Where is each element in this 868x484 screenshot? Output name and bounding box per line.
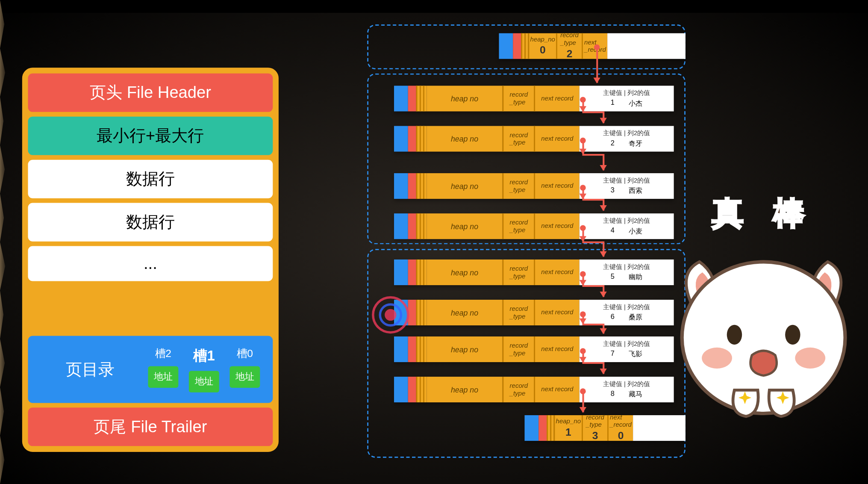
svg-point-0 — [682, 262, 845, 413]
row-4-next: next record — [541, 222, 573, 230]
row-6-heap-no: heap no — [427, 300, 502, 325]
record-row-1: heap no record _type next record 主键值 | 列… — [394, 86, 674, 111]
row-3-next: next record — [541, 182, 573, 190]
arrow-4v — [582, 229, 584, 242]
data-row-2: 数据行 — [28, 203, 273, 242]
row-8-next: next record — [541, 386, 573, 393]
record-row-4: heap no record _type next record 主键值 | 列… — [394, 213, 674, 239]
page-directory-row: 页目录 槽2 地址 槽1 地址 槽0 地址 — [28, 336, 273, 403]
row-1-rectype: record _type — [510, 91, 528, 106]
row-1-heap-no: heap no — [427, 86, 502, 111]
arrow-5h — [582, 285, 603, 287]
arrow-6v — [582, 315, 584, 323]
supremum-next-record: 0 — [618, 430, 624, 443]
row-1-data: 主键值 | 列2的值 1小杰 — [580, 86, 674, 111]
row-6-next: next record — [541, 309, 573, 316]
free-space-gap — [28, 286, 273, 331]
row-8-rectype: record _type — [510, 382, 528, 397]
slot-0: 槽0 地址 — [230, 346, 260, 393]
row-7-heap-no: heap no — [427, 336, 502, 362]
supremum-heap-no: 1 — [565, 426, 571, 439]
slot-2: 槽2 地址 — [148, 346, 178, 393]
row-3-rectype: record _type — [510, 178, 528, 194]
slot-0-name: 槽0 — [237, 346, 253, 360]
arrow-3v — [582, 189, 584, 199]
record-infimum: heap_no 0 record _type 2 next _record — [499, 33, 685, 59]
record-row-6: heap no record _type next record 主键值 | 列… — [394, 300, 674, 325]
row-1-next: next record — [541, 94, 573, 102]
row-4-rectype: record _type — [510, 218, 528, 234]
row-3-heap-no: heap no — [427, 173, 502, 199]
svg-point-1 — [702, 348, 732, 369]
row-5-next: next record — [541, 269, 573, 276]
row-5-data: 主键值 | 列2的值 5幽助 — [580, 260, 674, 285]
field-heap-no-label: heap_no — [530, 35, 555, 43]
file-trailer-row: 页尾 File Trailer — [28, 407, 273, 446]
min-max-row: 最小行+最大行 — [28, 117, 273, 155]
data-row-1: 数据行 — [28, 160, 273, 198]
record-row-5: heap no record _type next record 主键值 | 列… — [394, 260, 674, 285]
row-5-heap-no: heap no — [427, 260, 502, 285]
slot-2-name: 槽2 — [155, 346, 171, 360]
supremum-record-type: 3 — [592, 430, 598, 443]
field-rectype-label: record _type — [560, 32, 579, 47]
record-row-7: heap no record _type next record 主键值 | 列… — [394, 336, 674, 362]
arrow-2-to-3 — [603, 154, 604, 170]
slot-1-name: 槽1 — [193, 346, 215, 365]
row-8-heap-no: heap no — [427, 377, 502, 402]
file-header-row: 页头 File Header — [28, 74, 273, 112]
arrow-2h — [582, 154, 603, 156]
svg-point-2 — [795, 348, 825, 369]
arrow-5-to-6 — [603, 285, 604, 297]
row-7-rectype: record _type — [510, 342, 528, 357]
row-6-rectype: record _type — [510, 305, 528, 320]
slot-1: 槽1 地址 — [189, 346, 219, 393]
cat-icon — [665, 239, 863, 425]
record-row-8: heap no record _type next record 主键值 | 列… — [394, 377, 674, 402]
row-3-data: 主键值 | 列2的值 3西索 — [580, 173, 674, 199]
arrow-6h — [582, 324, 603, 325]
record-supremum: heap_no 1 record _type 3 next _record 0 — [524, 415, 685, 441]
data-row-ellipsis: ... — [28, 246, 273, 281]
arrow-4-to-5 — [603, 242, 604, 257]
arrow-4h — [582, 242, 603, 243]
row-7-next: next record — [541, 345, 573, 353]
row-2-data: 主键值 | 列2的值 2奇牙 — [580, 126, 674, 152]
slots-container: 槽2 地址 槽1 地址 槽0 地址 — [148, 346, 260, 393]
row-4-heap-no: heap no — [427, 213, 502, 239]
arrow-7-to-8 — [603, 362, 604, 374]
page-directory-label: 页目录 — [41, 358, 140, 381]
arrow-3h — [582, 199, 603, 201]
arrow-2v — [582, 141, 584, 154]
infimum-heap-no: 0 — [540, 44, 546, 56]
arrow-6-to-7 — [603, 324, 604, 333]
row-2-rectype: record _type — [510, 131, 528, 147]
arrow-7v — [582, 351, 584, 362]
arrow-5v — [582, 274, 584, 285]
diagram-stage: 页头 File Header 最小行+最大行 数据行 数据行 ... 页目录 槽… — [0, 0, 865, 484]
arrow-inf-to-1 — [596, 48, 598, 83]
row-5-rectype: record _type — [510, 265, 528, 280]
record-row-3: heap no record _type next record 主键值 | 列… — [394, 173, 674, 199]
arrow-8-to-sup — [582, 392, 584, 413]
page-structure-panel: 页头 File Header 最小行+最大行 数据行 数据行 ... 页目录 槽… — [22, 68, 279, 452]
supremum-rectype-label: record _type — [586, 413, 604, 429]
svg-point-4 — [785, 325, 800, 345]
row-2-heap-no: heap no — [427, 126, 502, 152]
row-4-data: 主键值 | 列2的值 4小麦 — [580, 213, 674, 239]
arrow-1v — [582, 100, 584, 112]
arrow-3-to-4 — [603, 199, 604, 210]
arrow-1h — [582, 111, 603, 113]
sticker-cat: 真 棒 — [665, 192, 863, 428]
sticker-text: 真 棒 — [665, 192, 863, 235]
row-2-next: next record — [541, 135, 573, 143]
record-row-2: heap no record _type next record 主键值 | 列… — [394, 126, 674, 152]
row-7-data: 主键值 | 列2的值 7飞影 — [580, 336, 674, 362]
supremum-next-label: next _record — [610, 413, 632, 429]
row-8-data: 主键值 | 列2的值 8藏马 — [580, 377, 674, 402]
slot-2-addr: 地址 — [148, 366, 178, 388]
slot-1-addr: 地址 — [189, 371, 219, 392]
row-6-data: 主键值 | 列2的值 6桑原 — [580, 300, 674, 325]
supremum-heap-no-label: heap_no — [556, 417, 581, 425]
arrow-7h — [582, 362, 603, 364]
